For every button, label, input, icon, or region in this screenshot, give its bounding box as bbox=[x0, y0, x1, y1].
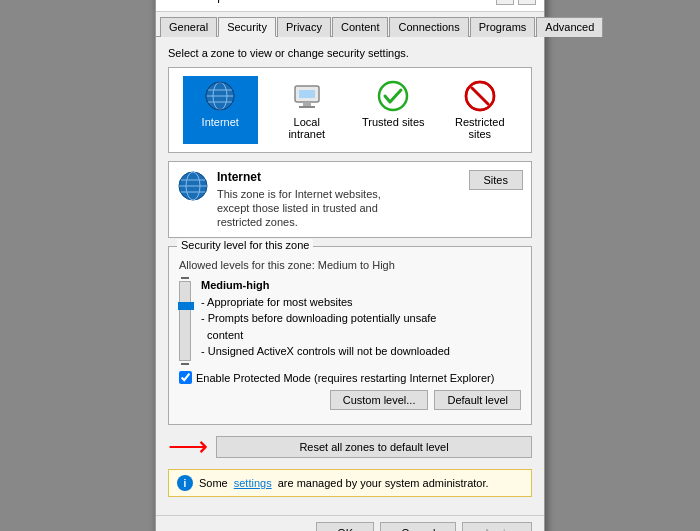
svg-rect-7 bbox=[299, 90, 315, 98]
info-bar: i Some settings are managed by your syst… bbox=[168, 469, 532, 497]
default-level-button[interactable]: Default level bbox=[434, 390, 521, 410]
zone-info-panel: Internet This zone is for Internet websi… bbox=[168, 161, 532, 239]
zone-info-text: Internet This zone is for Internet websi… bbox=[217, 170, 381, 230]
zone-info-icon bbox=[177, 170, 209, 202]
zone-trusted-sites-label: Trusted sites bbox=[362, 116, 425, 128]
level-buttons: Custom level... Default level bbox=[179, 390, 521, 410]
zone-selector: Internet Local intranet bbox=[168, 67, 532, 153]
title-bar: Internet Options ? ✕ bbox=[156, 0, 544, 12]
close-button[interactable]: ✕ bbox=[518, 0, 536, 5]
security-description: Medium-high - Appropriate for most websi… bbox=[201, 277, 450, 360]
ok-button[interactable]: OK bbox=[316, 522, 374, 531]
zone-info-left: Internet This zone is for Internet websi… bbox=[177, 170, 381, 230]
zone-info-desc: This zone is for Internet websites,excep… bbox=[217, 187, 381, 230]
zone-local-intranet[interactable]: Local intranet bbox=[269, 76, 344, 144]
internet-options-dialog: Internet Options ? ✕ General Security Pr… bbox=[155, 0, 545, 531]
zone-info-title: Internet bbox=[217, 170, 381, 184]
slider-handle[interactable] bbox=[178, 302, 194, 310]
internet-zone-icon bbox=[204, 80, 236, 112]
help-button[interactable]: ? bbox=[496, 0, 514, 5]
security-level-name: Medium-high bbox=[201, 279, 269, 291]
title-bar-buttons: ? ✕ bbox=[496, 0, 536, 5]
reset-row: ⟶ Reset all zones to default level bbox=[168, 433, 532, 461]
svg-rect-8 bbox=[303, 102, 311, 106]
intranet-zone-icon bbox=[291, 80, 323, 112]
tab-bar: General Security Privacy Content Connect… bbox=[156, 12, 544, 37]
zone-internet[interactable]: Internet bbox=[183, 76, 258, 144]
zone-trusted-sites[interactable]: Trusted sites bbox=[356, 76, 431, 144]
tab-programs[interactable]: Programs bbox=[470, 17, 536, 37]
apply-button[interactable]: Apply bbox=[462, 522, 532, 531]
tick-bottom bbox=[181, 363, 189, 365]
settings-link[interactable]: settings bbox=[234, 477, 272, 489]
security-bullet-2: - Prompts before downloading potentially… bbox=[201, 312, 436, 341]
window-title: Internet Options bbox=[164, 0, 249, 3]
security-slider[interactable] bbox=[179, 277, 191, 365]
info-icon: i bbox=[177, 475, 193, 491]
slider-track[interactable] bbox=[179, 281, 191, 361]
security-level-group: Security level for this zone Allowed lev… bbox=[168, 246, 532, 425]
restricted-zone-icon bbox=[464, 80, 496, 112]
tab-privacy[interactable]: Privacy bbox=[277, 17, 331, 37]
tab-content[interactable]: Content bbox=[332, 17, 389, 37]
security-level-content: Medium-high - Appropriate for most websi… bbox=[179, 277, 521, 365]
security-group-title: Security level for this zone bbox=[177, 239, 313, 251]
dialog-buttons: OK Cancel Apply bbox=[156, 515, 544, 531]
security-tab-content: Select a zone to view or change security… bbox=[156, 37, 544, 516]
protected-mode-label: Enable Protected Mode (requires restarti… bbox=[196, 372, 494, 384]
trusted-zone-icon bbox=[377, 80, 409, 112]
tab-general[interactable]: General bbox=[160, 17, 217, 37]
zone-internet-label: Internet bbox=[202, 116, 239, 128]
reset-all-zones-button[interactable]: Reset all zones to default level bbox=[216, 436, 532, 458]
tab-connections[interactable]: Connections bbox=[389, 17, 468, 37]
info-text-after: are managed by your system administrator… bbox=[278, 477, 489, 489]
cancel-button[interactable]: Cancel bbox=[380, 522, 456, 531]
custom-level-button[interactable]: Custom level... bbox=[330, 390, 429, 410]
tab-security[interactable]: Security bbox=[218, 17, 276, 37]
zone-restricted-sites[interactable]: Restrictedsites bbox=[442, 76, 517, 144]
svg-rect-9 bbox=[299, 106, 315, 108]
info-text-before: Some bbox=[199, 477, 228, 489]
allowed-levels: Allowed levels for this zone: Medium to … bbox=[179, 259, 521, 271]
protected-mode-row: Enable Protected Mode (requires restarti… bbox=[179, 371, 521, 384]
zone-local-intranet-label: Local intranet bbox=[275, 116, 338, 140]
protected-mode-checkbox[interactable] bbox=[179, 371, 192, 384]
security-bullet-1: - Appropriate for most websites bbox=[201, 296, 353, 308]
svg-point-10 bbox=[379, 82, 407, 110]
zone-instruction: Select a zone to view or change security… bbox=[168, 47, 532, 59]
tick-top bbox=[181, 277, 189, 279]
security-bullet-3: - Unsigned ActiveX controls will not be … bbox=[201, 345, 450, 357]
tab-advanced[interactable]: Advanced bbox=[536, 17, 603, 37]
reset-arrow-icon: ⟶ bbox=[168, 433, 208, 461]
sites-button[interactable]: Sites bbox=[469, 170, 523, 190]
zone-restricted-sites-label: Restrictedsites bbox=[455, 116, 505, 140]
